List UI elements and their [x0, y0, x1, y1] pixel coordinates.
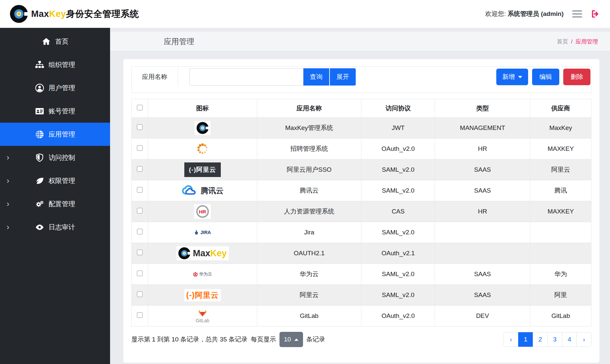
page-header: 应用管理 首页 / 应用管理 [110, 32, 610, 51]
pagination: ‹ 1 2 3 4 › [504, 332, 591, 347]
sidebar-item-accounts[interactable]: 账号管理 [0, 99, 110, 123]
maxkey-wordmark-icon: MaxKey [176, 246, 229, 260]
table-footer: 显示第 1 到第 10 条记录，总共 35 条记录 每页显示 10 条记录 ‹ … [131, 332, 591, 347]
tencent-cloud-icon: 腾讯云 [148, 185, 257, 196]
aliyun-orange-icon: (-)阿里云 [184, 289, 221, 301]
row-checkbox[interactable] [137, 145, 143, 151]
table-row[interactable]: JIRA JiraSAML_v2.0 [132, 222, 591, 243]
row-checkbox[interactable] [137, 312, 143, 318]
sidebar-item-home[interactable]: 首页 [0, 30, 110, 53]
app-name-search-input[interactable] [189, 68, 303, 86]
row-checkbox[interactable] [137, 124, 143, 130]
row-checkbox[interactable] [137, 271, 143, 276]
breadcrumb-current: 应用管理 [576, 38, 598, 45]
prev-page-button[interactable]: ‹ [504, 332, 518, 347]
home-icon [42, 37, 51, 46]
row-checkbox[interactable] [137, 250, 143, 255]
row-checkbox[interactable] [137, 187, 143, 193]
leaf-icon [35, 176, 44, 185]
eye-icon [35, 223, 44, 232]
caret-up-icon [294, 338, 298, 341]
globe-icon [35, 130, 44, 139]
main-content: 应用管理 首页 / 应用管理 应用名称 查询 展开 新增 编辑 删除 [110, 28, 610, 364]
add-button[interactable]: 新增 [496, 69, 528, 85]
page-title: 应用管理 [164, 36, 194, 47]
gitlab-logo-icon: GitLab [148, 309, 257, 323]
col-header-name: 应用名称 [257, 99, 361, 118]
select-all-header [132, 99, 148, 118]
table-row[interactable]: 华为云 华为云SAML_v2.0SAAS华为 [132, 264, 591, 285]
sidebar-item-permissions[interactable]: › 权限管理 [0, 169, 110, 192]
row-checkbox[interactable] [137, 291, 143, 297]
search-field-label: 应用名称 [132, 67, 178, 87]
brand: MaxKey身份安全管理系统 [10, 5, 139, 23]
page-button-3[interactable]: 3 [547, 332, 562, 347]
aliyun-dark-badge-icon: (-)阿里云 [184, 162, 221, 177]
top-header: MaxKey身份安全管理系统 欢迎您: 系统管理员 (admin) [0, 0, 610, 28]
table-row[interactable]: (-)阿里云 阿里云SAML_v2.0SAAS阿里 [132, 285, 591, 306]
page-button-1[interactable]: 1 [518, 332, 533, 347]
maxkey-logo-icon [10, 5, 28, 23]
table-row[interactable]: (-)阿里云 阿里云用户SSOSAML_v2.0SAAS阿里云 [132, 159, 591, 180]
logout-icon[interactable] [591, 9, 600, 19]
expand-button[interactable]: 展开 [330, 68, 356, 86]
sidebar: 首页 组织管理 用户管理 账号管理 应用管理 › 访问控制 › [0, 28, 110, 364]
sidebar-item-audit[interactable]: › 日志审计 [0, 215, 110, 239]
table-row[interactable]: GitLab GitLabOAuth_v2.0DEVGitLab [132, 306, 591, 327]
welcome-text: 欢迎您: 系统管理员 (admin) [485, 10, 564, 18]
cogs-icon [35, 200, 44, 209]
sidebar-item-org[interactable]: 组织管理 [0, 53, 110, 76]
id-card-icon [35, 107, 44, 116]
edit-button[interactable]: 编辑 [532, 69, 559, 85]
huawei-cloud-icon: 华为云 [148, 271, 257, 277]
jira-logo-icon: JIRA [148, 230, 257, 235]
sidebar-item-users[interactable]: 用户管理 [0, 76, 110, 99]
next-page-button[interactable]: › [577, 332, 591, 347]
maxkey-app-icon [195, 121, 211, 135]
query-button[interactable]: 查询 [303, 68, 329, 86]
row-checkbox[interactable] [137, 229, 143, 234]
hr-logo-icon: HR [194, 204, 211, 219]
page-size-select[interactable]: 10 [279, 332, 303, 347]
chevron-right-icon: › [7, 177, 9, 185]
table-row[interactable]: MaxKey管理系统JWTMANAGEMENTMaxKey [132, 118, 591, 139]
chevron-right-icon: › [7, 153, 9, 161]
sidebar-item-config[interactable]: › 配置管理 [0, 192, 110, 215]
page-button-2[interactable]: 2 [533, 332, 548, 347]
menu-toggle-icon[interactable] [572, 10, 582, 18]
sidebar-item-apps[interactable]: 应用管理 [0, 123, 110, 146]
row-checkbox[interactable] [137, 208, 143, 213]
brand-title: MaxKey身份安全管理系统 [31, 8, 139, 20]
apps-table: 图标 应用名称 访问协议 类型 供应商 MaxKey管理系统JWTMANAGEM… [131, 99, 591, 327]
select-all-checkbox[interactable] [137, 105, 143, 110]
table-row[interactable]: 腾讯云 腾讯云SAML_v2.0SAAS腾讯 [132, 180, 591, 201]
chevron-right-icon: › [7, 200, 9, 208]
user-circle-icon [35, 84, 44, 92]
col-header-icon: 图标 [148, 99, 257, 118]
search-toolbar: 应用名称 查询 展开 新增 编辑 删除 [131, 66, 591, 93]
sitemap-icon [35, 60, 44, 69]
shield-icon [35, 153, 44, 162]
spinner-dots-icon [148, 142, 257, 155]
sidebar-item-access[interactable]: › 访问控制 [0, 146, 110, 169]
breadcrumb-home[interactable]: 首页 [557, 38, 568, 45]
per-page-suffix: 条记录 [306, 335, 325, 344]
chevron-right-icon: › [7, 223, 9, 231]
table-row[interactable]: 招聘管理系统OAuth_v2.0HRMAXKEY [132, 139, 591, 159]
breadcrumb: 首页 / 应用管理 [557, 38, 598, 45]
content-card: 应用名称 查询 展开 新增 编辑 删除 图标 [123, 59, 599, 363]
col-header-vendor: 供应商 [530, 99, 591, 118]
table-row[interactable]: MaxKey OAUTH2.1OAuth_v2.1 [132, 243, 591, 264]
col-header-type: 类型 [435, 99, 530, 118]
table-row[interactable]: HR 人力资源管理系统CASHRMAXKEY [132, 201, 591, 222]
page-button-4[interactable]: 4 [562, 332, 577, 347]
row-checkbox[interactable] [137, 166, 143, 172]
delete-button[interactable]: 删除 [563, 69, 590, 85]
col-header-protocol: 访问协议 [361, 99, 435, 118]
caret-down-icon [518, 76, 522, 78]
per-page-prefix: 每页显示 [251, 335, 276, 344]
current-user: 系统管理员 (admin) [508, 10, 564, 17]
records-info: 显示第 1 到第 10 条记录，总共 35 条记录 [131, 335, 248, 344]
